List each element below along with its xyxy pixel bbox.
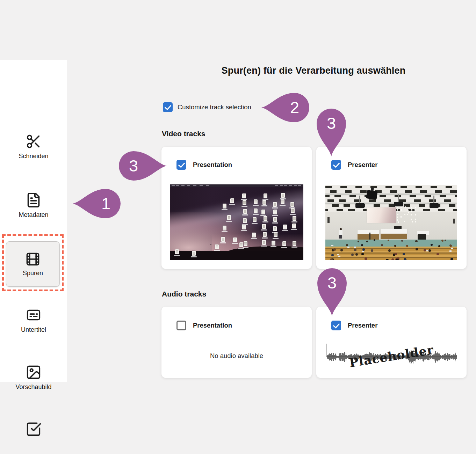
pin-shape bbox=[261, 93, 309, 122]
desktop-file-icon bbox=[264, 193, 267, 198]
desktop-file-icon bbox=[283, 225, 287, 229]
audience-head bbox=[381, 244, 383, 246]
pin-shape bbox=[73, 189, 121, 218]
desktop-file-icon bbox=[243, 218, 247, 223]
desktop-file-icon bbox=[254, 208, 258, 213]
desktop-file-icon bbox=[263, 232, 267, 237]
desktop-file-icon bbox=[262, 224, 266, 229]
ceiling-truss bbox=[325, 193, 457, 195]
sidebar-item-metadaten[interactable]: Metadaten bbox=[0, 192, 67, 219]
projected-icon-speck bbox=[408, 210, 409, 211]
track-card-header[interactable]: Presentation bbox=[176, 160, 232, 170]
projected-icon-speck bbox=[401, 216, 402, 218]
audience-head bbox=[354, 249, 356, 251]
presenter-video-checkbox[interactable] bbox=[331, 160, 341, 170]
audience-head bbox=[351, 254, 354, 256]
image-icon bbox=[26, 364, 42, 380]
track-card-header[interactable]: Presenter bbox=[331, 321, 377, 330]
ceiling-slot-row bbox=[325, 190, 457, 193]
desktop-file-icon bbox=[292, 224, 296, 228]
audience-head bbox=[445, 240, 446, 241]
captions-icon bbox=[26, 307, 42, 323]
track-card-label: Presenter bbox=[348, 161, 377, 169]
audience-head bbox=[404, 258, 406, 260]
presenter-video-thumbnail bbox=[325, 185, 457, 260]
audience-head bbox=[406, 245, 408, 247]
audience-head bbox=[416, 248, 418, 250]
tracks-selection-page: Schneiden Metadaten Spuren Untertitel bbox=[0, 0, 476, 454]
annotation-pin-number: 2 bbox=[290, 99, 299, 116]
pin-shape bbox=[119, 151, 167, 181]
annotation-pin-number: 3 bbox=[327, 274, 337, 291]
projected-icon-speck bbox=[415, 221, 416, 222]
projected-icon-speck bbox=[404, 221, 405, 222]
projected-icon-speck bbox=[397, 209, 398, 211]
audience-head bbox=[371, 249, 373, 252]
app-bottom-edge bbox=[0, 382, 476, 382]
presentation-video-checkbox[interactable] bbox=[176, 160, 186, 170]
annotation-pin-3-video-presenter: 3 bbox=[317, 109, 346, 156]
no-audio-message: No audio available bbox=[161, 352, 312, 360]
sidebar-item-vorschaubild[interactable]: Vorschaubild bbox=[0, 364, 67, 391]
laptop bbox=[426, 250, 428, 251]
projected-icon-speck bbox=[397, 214, 398, 215]
projected-icon-speck bbox=[404, 214, 405, 215]
audience-head bbox=[388, 249, 391, 252]
presenter-audio-checkbox[interactable] bbox=[331, 321, 341, 330]
annotation-pin-1: 1 bbox=[73, 189, 121, 218]
track-card-label: Presentation bbox=[193, 161, 232, 169]
file-text-icon bbox=[26, 192, 42, 208]
sidebar-item-spuren[interactable]: Spuren bbox=[6, 241, 60, 287]
projected-icon-speck bbox=[397, 211, 398, 212]
audience-head bbox=[450, 245, 452, 247]
projected-icon-speck bbox=[412, 221, 413, 222]
projected-icon-speck bbox=[411, 209, 412, 211]
annotation-pin-number: 3 bbox=[129, 158, 138, 174]
desktop-file-icon bbox=[242, 193, 246, 198]
sidebar-item-finish[interactable] bbox=[0, 421, 67, 440]
laptop bbox=[362, 251, 364, 252]
projected-icon-speck bbox=[401, 209, 402, 211]
track-card-header[interactable]: Presentation bbox=[176, 321, 232, 330]
annotation-pin-3-video-presentation: 3 bbox=[119, 151, 167, 181]
projected-icon-speck bbox=[414, 209, 416, 211]
presentation-audio-checkbox[interactable] bbox=[176, 321, 186, 330]
editor-sidebar: Schneiden Metadaten Spuren Untertitel bbox=[0, 60, 67, 382]
desktop-file-icon bbox=[262, 240, 266, 245]
laptop bbox=[451, 248, 453, 249]
desktop-file-icon bbox=[274, 232, 277, 237]
stage-light bbox=[366, 190, 377, 200]
customize-track-selection-checkbox[interactable] bbox=[163, 102, 173, 112]
desktop-file-icon bbox=[273, 210, 277, 214]
desktop-file-icon bbox=[192, 251, 196, 256]
track-card-header[interactable]: Presenter bbox=[331, 160, 377, 170]
desktop-file-icon bbox=[239, 242, 243, 247]
audience-head bbox=[362, 248, 365, 251]
laptop bbox=[354, 247, 356, 248]
sidebar-item-untertitel[interactable]: Untertitel bbox=[0, 307, 67, 334]
sidebar-item-schneiden[interactable]: Schneiden bbox=[0, 133, 67, 160]
desktop-file-icon bbox=[262, 200, 266, 205]
projected-icon-speck bbox=[401, 207, 402, 208]
annotation-pin-number: 1 bbox=[101, 195, 110, 212]
annotation-pin-number: 3 bbox=[327, 115, 336, 131]
desktop-file-icon bbox=[273, 226, 277, 231]
desktop-file-icon bbox=[282, 241, 286, 246]
desktop-file-icon bbox=[242, 225, 246, 229]
audience-head bbox=[424, 249, 426, 251]
audience-head bbox=[361, 244, 363, 246]
check-square-icon bbox=[26, 421, 42, 437]
video-track-card-presenter: Presenter bbox=[316, 147, 467, 269]
sidebar-item-label: Untertitel bbox=[21, 326, 46, 334]
track-card-label: Presentation bbox=[193, 322, 232, 329]
audience-head bbox=[395, 253, 397, 255]
laptop bbox=[449, 250, 452, 252]
laptop bbox=[337, 254, 339, 255]
sidebar-item-label: Vorschaubild bbox=[15, 383, 51, 391]
wall-speaker bbox=[453, 219, 455, 224]
audience-head bbox=[396, 259, 399, 260]
customize-track-selection-row[interactable]: Customize track selection bbox=[163, 102, 251, 112]
desktop-file-icon bbox=[290, 202, 294, 207]
ceiling-slot-row bbox=[325, 186, 457, 188]
annotation-pin-2: 2 bbox=[261, 93, 309, 122]
